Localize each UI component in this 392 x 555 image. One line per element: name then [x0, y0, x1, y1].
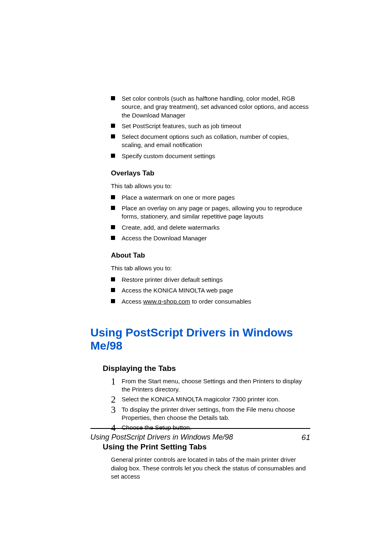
using-heading: Using the Print Setting Tabs: [103, 442, 310, 451]
overlays-bullet-list: Place a watermark on one or more pages P…: [111, 193, 310, 242]
list-item: Set PostScript features, such as job tim…: [111, 122, 310, 130]
using-body: General printer controls are located in …: [111, 456, 310, 481]
step-item: 2Select the KONICA MINOLTA magicolor 730…: [111, 395, 310, 403]
list-item: Access the Download Manager: [111, 234, 310, 242]
list-item: Place a watermark on one or more pages: [111, 193, 310, 202]
step-number: 3: [111, 403, 116, 416]
list-item: Place an overlay on any page or pages, a…: [111, 204, 310, 221]
about-bullet-list: Restore printer driver default settings …: [111, 276, 310, 306]
page-footer: Using PostScript Drivers in Windows Me/9…: [90, 428, 310, 442]
list-item: Specify custom document settings: [111, 152, 310, 160]
about-intro: This tab allows you to:: [111, 265, 310, 272]
overlays-heading: Overlays Tab: [111, 169, 310, 177]
displaying-heading: Displaying the Tabs: [103, 364, 310, 373]
list-item: Restore printer driver default settings: [111, 276, 310, 284]
step-text: To display the printer driver settings, …: [122, 406, 295, 421]
list-item: Create, add, and delete watermarks: [111, 223, 310, 232]
list-item: Access the KONICA MINOLTA web page: [111, 286, 310, 295]
step-text: From the Start menu, choose Settings and…: [122, 378, 302, 393]
footer-page-number: 61: [302, 433, 310, 442]
qshop-link[interactable]: www.q-shop.com: [143, 298, 190, 305]
text-prefix: Access: [122, 298, 143, 305]
step-number: 1: [111, 375, 116, 388]
step-item: 3To display the printer driver settings,…: [111, 405, 310, 422]
list-item: Set color controls (such as halftone han…: [111, 94, 310, 120]
overlays-intro: This tab allows you to:: [111, 182, 310, 189]
page-content: Set color controls (such as halftone han…: [90, 94, 310, 481]
step-item: 1From the Start menu, choose Settings an…: [111, 377, 310, 394]
displaying-steps: 1From the Start menu, choose Settings an…: [111, 377, 310, 432]
list-item: Select document options such as collatio…: [111, 133, 310, 150]
text-suffix: to order consumables: [190, 298, 251, 305]
list-item: Access www.q-shop.com to order consumabl…: [111, 297, 310, 306]
footer-title: Using PostScript Drivers in Windows Me/9…: [90, 433, 233, 442]
step-text: Select the KONICA MINOLTA magicolor 7300…: [122, 396, 280, 403]
main-heading: Using PostScript Drivers in Windows Me/9…: [90, 326, 310, 352]
about-heading: About Tab: [111, 251, 310, 260]
top-bullet-list: Set color controls (such as halftone han…: [111, 94, 310, 160]
